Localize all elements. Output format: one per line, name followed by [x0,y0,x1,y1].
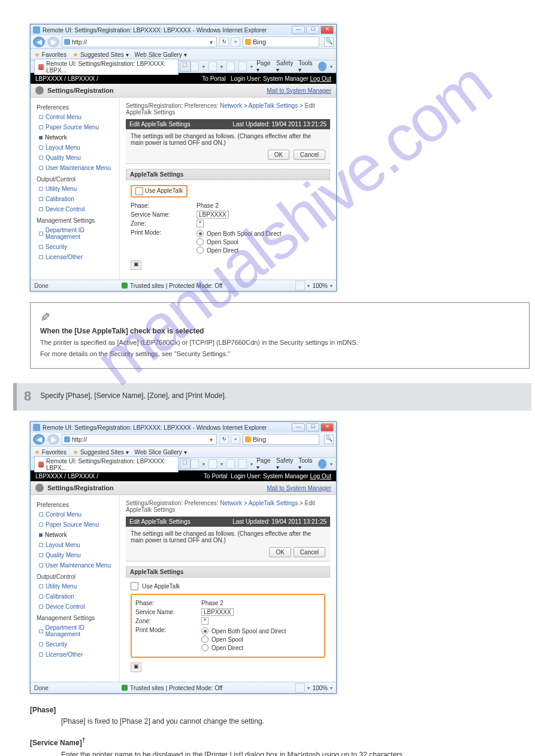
shield-icon [122,283,128,289]
print-mode-radio-2[interactable] [197,238,204,245]
sidebar-item[interactable]: Layout Menu [34,142,119,153]
forward-button[interactable]: ▶ [47,37,59,47]
address-dropdown-icon[interactable]: ▾ [207,39,214,45]
use-appletalk-checkbox[interactable] [135,187,143,195]
search-box[interactable]: Bing [243,434,319,445]
refresh-button[interactable]: ↻ [219,435,229,444]
active-tab[interactable]: Remote UI: Settings/Registration: LBPXXX… [34,59,179,75]
note-title: When the [Use AppleTalk] check box is se… [40,327,519,335]
search-box[interactable]: Bing [243,37,319,47]
sidebar-group: Output/Control [34,173,119,184]
sidebar-item[interactable]: Calibration [34,194,119,204]
minimize-button[interactable]: — [292,26,305,34]
crumb-link[interactable]: AppleTalk Settings [249,102,298,109]
tools-menu[interactable]: Tools ▾ [298,60,315,73]
step-bar: 8 Specify [Phase], [Service Name], [Zone… [13,383,531,411]
note-p2: For more details on the Security setting… [40,349,519,359]
sidebar-item-network[interactable]: Network [34,132,119,142]
status-trust: Trusted sites | Protected Mode: Off [130,283,222,289]
sidebar-item[interactable]: Device Control [34,204,119,214]
collapse-button[interactable]: ▣ [131,260,141,270]
stop-button[interactable]: × [231,435,240,444]
feeds-button[interactable] [208,62,217,71]
print-button[interactable] [238,62,247,71]
login-user: System Manager [263,75,309,82]
maximize-button[interactable]: ☐ [306,26,319,34]
step-number: 8 [24,388,31,404]
service-name-input[interactable]: LBPXXXX [201,608,234,616]
sidebar-group: Management Settings [34,214,119,225]
suggested-sites[interactable]: Suggested Sites ▾ [80,51,129,58]
sidebar: Preferences Control Menu Paper Source Me… [31,98,120,280]
sidebar-item[interactable]: Quality Menu [34,153,119,163]
logout-link[interactable]: Log Out [310,75,331,82]
collapse-button[interactable]: ▣ [131,663,141,672]
sidebar-item[interactable]: Utility Menu [34,184,119,194]
back-button[interactable]: ◀ [33,434,45,445]
active-tab[interactable]: Remote UI: Settings/Registration: LBPXXX… [34,456,179,472]
address-bar[interactable]: http:// ▾ [62,37,217,47]
home-button[interactable] [191,62,199,71]
forward-button[interactable]: ▶ [47,434,59,445]
stop-button[interactable]: × [231,37,240,47]
print-mode-radio-3[interactable] [201,644,208,651]
service-name-label: Service Name: [131,211,197,218]
web-slice[interactable]: Web Slice Gallery ▾ [135,51,187,58]
tab-favicon [38,64,44,70]
print-mode-radio-2[interactable] [201,636,208,643]
close-button[interactable]: ✕ [321,423,334,432]
maximize-button[interactable]: ☐ [306,423,319,432]
breadcrumb: Settings/Registration: Preferences: Netw… [126,102,330,116]
portal-link[interactable]: To Portal [202,75,225,82]
print-mode-radio-1[interactable] [197,230,204,237]
sidebar-item[interactable]: Control Menu [34,112,119,122]
service-name-heading: [Service Name]† [30,736,503,749]
sidebar-item[interactable]: Paper Source Menu [34,122,119,132]
sidebar-item[interactable]: User Maintenance Menu [34,163,119,173]
minimize-button[interactable]: — [292,423,305,432]
suggested-icon: ★ [72,51,78,59]
gear-icon [35,86,44,95]
favorites-label[interactable]: Favorites [42,51,67,58]
search-button[interactable]: 🔍 [324,37,334,47]
ok-button[interactable]: OK [269,547,291,557]
zone-label: Zone: [131,220,197,227]
zoom-level: 100% [312,283,328,289]
mail-link[interactable]: Mail to System Manager [267,87,331,94]
last-updated: Last Updated: 19/04 2011 13:21:25 [232,121,327,127]
back-button[interactable]: ◀ [33,37,45,47]
url-text: http:// [72,39,87,45]
zone-input[interactable]: * [201,617,208,625]
sidebar-item[interactable]: Security [34,242,119,252]
page-icon [64,39,70,45]
dagger-icon: † [82,737,86,743]
zone-input[interactable]: * [197,220,204,227]
address-bar[interactable]: http://▾ [62,434,217,445]
phase-value: Phase 2 [197,202,325,209]
cancel-button[interactable]: Cancel [294,150,325,160]
crumb-link[interactable]: Network [220,102,242,109]
zoom-icon[interactable] [295,281,305,290]
use-appletalk-checkbox[interactable] [131,582,138,590]
print-mode-radio-1[interactable] [201,627,208,634]
device-name: LBPXXXX / LBPXXXX / [35,75,98,82]
search-button[interactable]: 🔍 [324,435,334,444]
note-icon: ✎ [40,310,50,324]
titlebar: Remote UI: Settings/Registration: LBPXXX… [31,25,336,35]
cancel-button[interactable]: Cancel [294,547,325,557]
win-title: Remote UI: Settings/Registration: LBPXXX… [43,27,267,34]
mail-button[interactable] [226,62,235,71]
ok-button[interactable]: OK [268,150,289,160]
print-mode-radio-3[interactable] [197,247,204,254]
service-name-input[interactable]: LBPXXXX [197,211,229,218]
new-tab-button[interactable]: ☐ [180,61,191,72]
sidebar-item[interactable]: License/Other [34,252,119,262]
new-tab-button[interactable]: ☐ [180,459,191,469]
sidebar-item[interactable]: Department ID Management [34,225,119,242]
page-menu[interactable]: Page ▾ [256,60,273,73]
close-button[interactable]: ✕ [321,26,334,34]
safety-menu[interactable]: Safety ▾ [276,60,295,73]
refresh-button[interactable]: ↻ [219,37,229,47]
device-bar: LBPXXXX / LBPXXXX / To Portal Login User… [31,73,336,84]
help-button[interactable] [318,62,327,71]
